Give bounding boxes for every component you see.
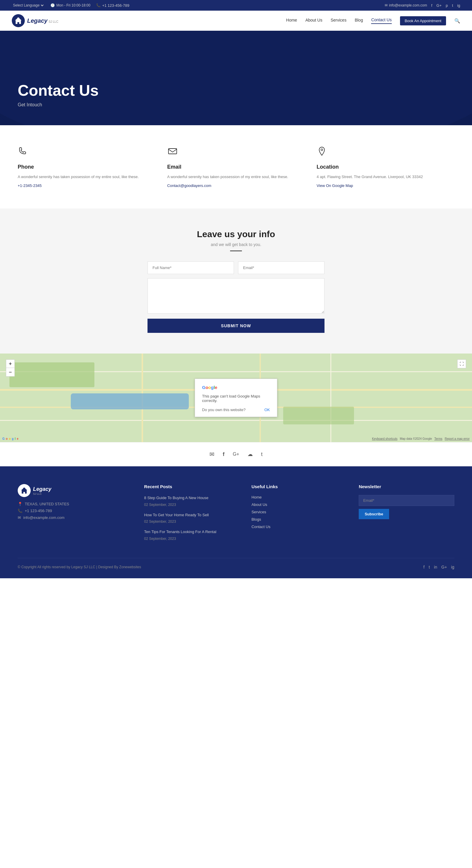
location-title: Location [316, 164, 454, 170]
social-google-top[interactable]: G+ [436, 3, 442, 8]
location-icon-large [316, 146, 454, 159]
footer: Legacy SJ LLC 📍 TEXAS, UNITED STATES 📞 +… [0, 466, 472, 578]
map-watermark: Google [2, 437, 18, 440]
nav-about[interactable]: About Us [305, 18, 323, 24]
footer-link-home[interactable]: Home [251, 495, 347, 499]
email-link[interactable]: Contact@goodlayers.com [167, 183, 211, 188]
phone-icon: 📞 [96, 3, 101, 7]
social-twitter[interactable]: t [261, 451, 263, 458]
form-row-1 [147, 261, 325, 274]
footer-link-contact[interactable]: Contact Us [251, 525, 347, 529]
footer-link-about[interactable]: About Us [251, 502, 347, 507]
footer-social-instagram[interactable]: ig [451, 565, 454, 569]
footer-post-link-2[interactable]: How To Get Your Home Ready To Sell [144, 512, 240, 518]
logo-icon [12, 14, 25, 27]
logo-text: Legacy [27, 18, 47, 24]
svg-rect-1 [168, 149, 177, 154]
social-twitter-top[interactable]: t [452, 3, 453, 8]
footer-info: 📍 TEXAS, UNITED STATES 📞 +1 123-456-789 … [18, 502, 132, 520]
top-bar-right: ✉ info@example.com.com f G+ p t ig [385, 3, 460, 8]
newsletter-email-input[interactable] [359, 495, 454, 506]
email-desc: A wonderful serenity has taken possessio… [167, 174, 305, 180]
map-error-message: This page can't load Google Maps correct… [202, 394, 270, 403]
footer-grid: Legacy SJ LLC 📍 TEXAS, UNITED STATES 📞 +… [18, 484, 454, 546]
social-googleplus[interactable]: G+ [233, 452, 239, 457]
nav-blog[interactable]: Blog [355, 18, 363, 24]
email-title: Email [167, 164, 305, 170]
search-icon[interactable]: 🔍 [454, 18, 460, 24]
footer-email: ✉ info@example.com.com [18, 515, 132, 520]
location-desc: 4 apt. Flawing Street. The Grand Avenue.… [316, 174, 454, 180]
nav-services[interactable]: Services [331, 18, 347, 24]
social-skype[interactable]: ☁ [247, 451, 253, 458]
footer-social-googleplus[interactable]: G+ [441, 565, 447, 569]
contact-form-section: Leave us your info and we will get back … [0, 209, 472, 353]
footer-post-link-3[interactable]: Ten Tips For Tenants Looking For A Renta… [144, 529, 240, 535]
footer-social-twitter[interactable]: t [429, 565, 430, 569]
top-phone-link[interactable]: +1 123-456-789 [102, 3, 129, 8]
phone-icon-large [18, 146, 156, 159]
hero-subtitle: Get Intouch [18, 102, 454, 107]
footer-social-linkedin[interactable]: in [434, 565, 437, 569]
footer-post-date-1: 02 September, 2023 [144, 503, 176, 507]
footer-link-blogs[interactable]: Blogs [251, 517, 347, 522]
logo-sub: SJ LLC [49, 20, 58, 23]
phone-link[interactable]: +1-2345-2345 [18, 183, 42, 188]
hero-section: Contact Us Get Intouch [0, 31, 472, 125]
footer-link-services[interactable]: Services [251, 510, 347, 514]
submit-button[interactable]: Submit Now [147, 319, 325, 333]
map-keyboard-shortcut[interactable]: Keyboard shortcuts [372, 437, 397, 440]
footer-useful-links: Useful Links Home About Us Services Blog… [251, 484, 347, 546]
social-email[interactable]: ✉ [209, 451, 214, 458]
top-phone[interactable]: 📞 +1 123-456-789 [96, 3, 129, 8]
logo[interactable]: Legacy SJ LLC [12, 14, 58, 27]
location-link[interactable]: View On Google Map [316, 183, 353, 188]
social-instagram-top[interactable]: ig [457, 3, 460, 8]
newsletter-title: Newsletter [359, 484, 454, 489]
map-own-question: Do you own this website? [202, 408, 245, 412]
map-report-error[interactable]: Report a map error [445, 437, 470, 440]
footer-post-date-2: 02 September, 2023 [144, 520, 176, 524]
footer-bottom-social: f t in G+ ig [423, 565, 454, 569]
map-zoom-controls: + − [6, 360, 15, 377]
subscribe-button[interactable]: Subscribe [359, 509, 389, 519]
footer-address: 📍 TEXAS, UNITED STATES [18, 502, 132, 506]
nav-home[interactable]: Home [286, 18, 297, 24]
footer-logo-icon [18, 484, 31, 497]
phone-title: Phone [18, 164, 156, 170]
language-selector[interactable]: Select Language [12, 3, 44, 8]
email-icon-sm: ✉ [18, 515, 21, 520]
main-nav: Home About Us Services Blog Contact Us B… [286, 16, 460, 25]
nav-contact[interactable]: Contact Us [371, 18, 392, 24]
message-textarea[interactable] [147, 278, 325, 314]
top-bar-left: Select Language 🕐 Mon - Fri 10:00-18:00 … [12, 3, 130, 8]
map-dialog-row: Do you own this website? OK [202, 408, 270, 412]
google-logo: Google [202, 385, 270, 390]
social-pinterest-top[interactable]: p [446, 3, 448, 8]
page-title: Contact Us [18, 82, 454, 99]
map-fullscreen-button[interactable]: ⛶ [457, 360, 466, 368]
map-zoom-in[interactable]: + [6, 360, 14, 368]
map-ok-button[interactable]: OK [264, 408, 270, 412]
name-input[interactable] [147, 261, 234, 274]
footer-post-2: How To Get Your Home Ready To Sell 02 Se… [144, 512, 240, 524]
social-facebook[interactable]: f [223, 451, 225, 458]
map-terms[interactable]: Terms [434, 437, 442, 440]
footer-post-3: Ten Tips For Tenants Looking For A Renta… [144, 529, 240, 541]
nav-book-appointment[interactable]: Book An Appointment [400, 16, 446, 25]
form-subtitle: and we will get back to you. [18, 242, 454, 247]
footer-social-facebook[interactable]: f [423, 565, 425, 569]
email-icon-large [167, 146, 305, 159]
contact-card-email: Email A wonderful serenity has taken pos… [167, 146, 305, 188]
footer-post-date-3: 02 September, 2023 [144, 537, 176, 541]
email-input[interactable] [238, 261, 325, 274]
form-title: Leave us your info [18, 229, 454, 239]
footer-post-link-1[interactable]: 8 Step Guide To Buying A New House [144, 495, 240, 501]
contact-info-section: Phone A wonderful serenity has taken pos… [0, 125, 472, 209]
social-facebook-top[interactable]: f [431, 3, 433, 8]
language-dropdown[interactable]: Select Language [12, 3, 44, 8]
footer-recent-posts: Recent Posts 8 Step Guide To Buying A Ne… [144, 484, 240, 546]
phone-icon-sm: 📞 [18, 508, 23, 513]
map-road [330, 353, 331, 442]
map-zoom-out[interactable]: − [6, 368, 14, 376]
